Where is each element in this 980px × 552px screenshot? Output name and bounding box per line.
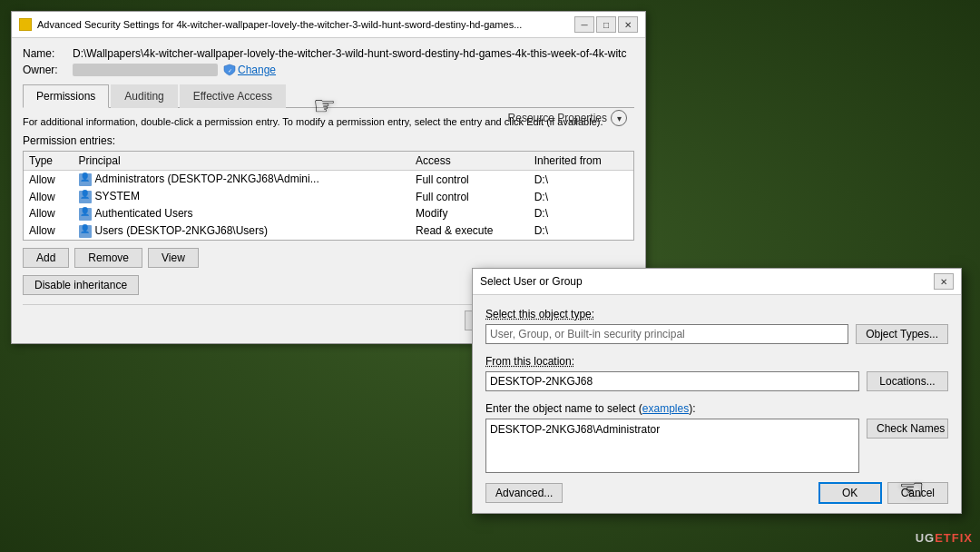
watermark: UGETFIX: [916, 531, 973, 545]
dialog-ok-cancel: OK Cancel: [818, 482, 948, 504]
disable-inheritance-button[interactable]: Disable inheritance: [23, 275, 139, 295]
table-row[interactable]: Allow SYSTEM Full control D:\: [24, 188, 633, 205]
location-input[interactable]: [485, 371, 859, 391]
user-icon: [79, 208, 92, 221]
shield-icon: ✓: [223, 64, 236, 76]
window-title: Advanced Security Settings for 4k-witche…: [37, 19, 522, 30]
name-label: Name:: [23, 47, 73, 60]
object-type-label: Select this object type:: [485, 308, 948, 320]
table-row[interactable]: Allow Administrators (DESKTOP-2NKGJ68\Ad…: [24, 171, 633, 188]
cell-type: Allow: [24, 188, 74, 205]
name-row: Name: D:\Wallpapers\4k-witcher-wallpaper…: [23, 47, 634, 60]
main-titlebar: Advanced Security Settings for 4k-witche…: [12, 12, 645, 38]
cell-type: Allow: [24, 205, 74, 222]
dialog-window: Select User or Group ✕ Select this objec…: [472, 268, 962, 514]
cell-access: Modify: [410, 205, 529, 222]
object-types-button[interactable]: Object Types...: [856, 324, 948, 344]
dialog-bottom: Advanced... OK Cancel: [485, 482, 948, 504]
locations-button[interactable]: Locations...: [867, 371, 948, 391]
cell-access: Read & execute: [410, 222, 529, 240]
dialog-ok-button[interactable]: OK: [818, 482, 882, 504]
col-principal: Principal: [74, 152, 411, 171]
window-icon: [19, 18, 32, 31]
permission-entries-label: Permission entries:: [23, 134, 634, 147]
watermark-suffix: FIX: [952, 531, 973, 545]
cell-inherited: D:\: [529, 205, 633, 222]
close-button[interactable]: ✕: [618, 16, 638, 33]
enter-object-label: Enter the object name to select (example…: [485, 402, 948, 415]
col-access: Access: [410, 152, 529, 171]
cell-inherited: D:\: [529, 222, 633, 240]
view-button[interactable]: View: [148, 248, 199, 268]
dialog-title: Select User or Group: [480, 275, 583, 288]
watermark-prefix: UG: [916, 531, 936, 545]
titlebar-controls: ─ □ ✕: [574, 16, 638, 33]
cell-type: Allow: [24, 171, 74, 188]
location-label: From this location:: [485, 355, 948, 368]
cell-principal: Administrators (DESKTOP-2NKGJ68\Admini..…: [74, 171, 411, 188]
user-icon: [79, 173, 92, 186]
table-row[interactable]: Allow Authenticated Users Modify D:\: [24, 205, 633, 222]
advanced-button[interactable]: Advanced...: [485, 483, 563, 503]
cell-principal: Authenticated Users: [74, 205, 411, 222]
cell-inherited: D:\: [529, 188, 633, 205]
owner-value: ✓ Change: [73, 64, 276, 76]
owner-blurred: [73, 64, 218, 76]
add-button[interactable]: Add: [23, 248, 69, 268]
dialog-cancel-button[interactable]: Cancel: [887, 482, 948, 504]
col-inherited: Inherited from: [529, 152, 633, 171]
titlebar-left: Advanced Security Settings for 4k-witche…: [19, 18, 522, 31]
cell-inherited: D:\: [529, 171, 633, 188]
name-value: D:\Wallpapers\4k-witcher-wallpaper-lovel…: [73, 47, 634, 60]
tab-permissions[interactable]: Permissions: [23, 84, 109, 108]
table-body: Allow Administrators (DESKTOP-2NKGJ68\Ad…: [24, 171, 633, 240]
minimize-button[interactable]: ─: [574, 16, 594, 33]
check-names-button[interactable]: Check Names: [867, 419, 948, 439]
examples-link[interactable]: examples: [642, 402, 689, 415]
cell-access: Full control: [410, 188, 529, 205]
tab-bar: Permissions Auditing Effective Access: [23, 84, 634, 108]
location-row: Locations...: [485, 371, 948, 391]
dialog-body: Select this object type: Object Types...…: [473, 295, 961, 513]
tab-effective-access[interactable]: Effective Access: [180, 84, 286, 108]
permission-table-wrapper: Type Principal Access Inherited from All…: [23, 151, 634, 240]
owner-row: Owner: ✓ Change: [23, 64, 634, 76]
resource-properties[interactable]: Resource Properties ▾: [508, 110, 627, 126]
owner-label: Owner:: [23, 64, 73, 76]
tab-auditing[interactable]: Auditing: [111, 84, 177, 108]
table-row[interactable]: Allow Users (DESKTOP-2NKGJ68\Users) Read…: [24, 222, 633, 240]
cell-type: Allow: [24, 222, 74, 240]
dialog-close-button[interactable]: ✕: [934, 273, 954, 290]
dialog-titlebar: Select User or Group ✕: [473, 269, 961, 295]
cell-principal: Users (DESKTOP-2NKGJ68\Users): [74, 222, 411, 240]
watermark-highlight: ET: [935, 531, 952, 545]
cell-access: Full control: [410, 171, 529, 188]
object-type-input: [485, 324, 848, 344]
object-name-input[interactable]: [485, 419, 859, 473]
object-type-row: Object Types...: [485, 324, 948, 344]
permission-table: Type Principal Access Inherited from All…: [24, 152, 633, 239]
object-name-row: Check Names: [485, 419, 948, 473]
user-icon: [79, 191, 92, 203]
user-icon: [79, 225, 92, 238]
action-buttons: Add Remove View: [23, 248, 634, 268]
chevron-down-icon: ▾: [611, 110, 627, 126]
maximize-button[interactable]: □: [596, 16, 616, 33]
change-link[interactable]: ✓ Change: [223, 64, 276, 76]
svg-text:✓: ✓: [228, 68, 232, 74]
cell-principal: SYSTEM: [74, 188, 411, 205]
col-type: Type: [24, 152, 74, 171]
table-header: Type Principal Access Inherited from: [24, 152, 633, 171]
remove-button[interactable]: Remove: [74, 248, 142, 268]
